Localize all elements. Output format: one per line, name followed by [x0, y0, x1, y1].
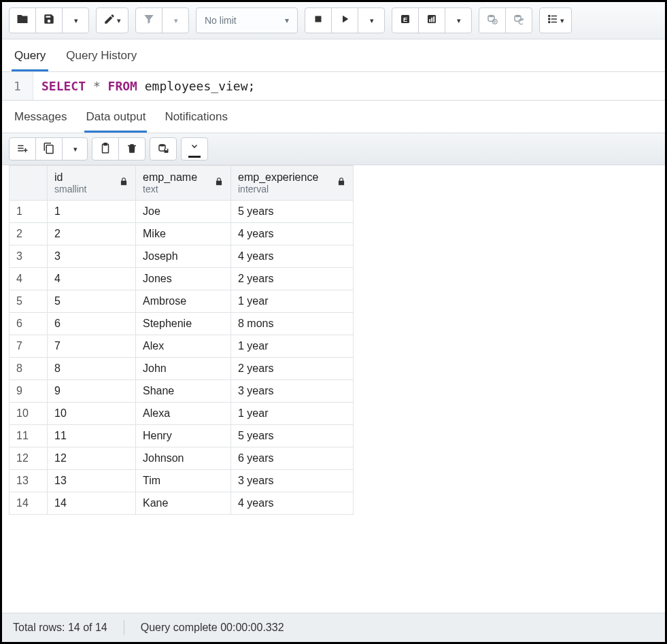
- cell-emp-name[interactable]: Kane: [136, 492, 231, 514]
- table-row[interactable]: 88John2 years: [10, 357, 354, 379]
- cell-id[interactable]: 7: [48, 335, 136, 357]
- cell-rownum[interactable]: 11: [10, 424, 48, 447]
- cell-emp-name[interactable]: John: [136, 357, 231, 379]
- cell-emp-name[interactable]: Alex: [136, 335, 231, 357]
- table-row[interactable]: 1111Henry5 years: [10, 424, 354, 447]
- explain-dropdown-button[interactable]: ▾: [445, 7, 472, 33]
- cell-emp-name[interactable]: Stephenie: [136, 312, 231, 335]
- table-row[interactable]: 22Mike4 years: [10, 222, 354, 245]
- tab-query-history[interactable]: Query History: [63, 44, 139, 71]
- cell-emp-experience[interactable]: 8 mons: [231, 312, 354, 335]
- explain-button[interactable]: E: [392, 7, 419, 33]
- cell-id[interactable]: 3: [48, 245, 136, 267]
- table-row[interactable]: 1414Kane4 years: [10, 492, 354, 514]
- paste-button[interactable]: [92, 137, 119, 160]
- cell-id[interactable]: 9: [48, 379, 136, 402]
- tab-messages[interactable]: Messages: [13, 106, 68, 133]
- execute-dropdown-button[interactable]: ▾: [358, 7, 385, 33]
- cell-emp-name[interactable]: Ambrose: [136, 290, 231, 312]
- cell-id[interactable]: 2: [48, 222, 136, 245]
- execute-button[interactable]: [331, 7, 358, 33]
- cell-id[interactable]: 14: [48, 492, 136, 514]
- table-row[interactable]: 1212Johnson6 years: [10, 447, 354, 469]
- delete-row-button[interactable]: [118, 137, 146, 160]
- commit-button[interactable]: [479, 7, 506, 33]
- table-row[interactable]: 99Shane3 years: [10, 379, 354, 402]
- cell-rownum[interactable]: 5: [10, 290, 48, 312]
- cell-emp-name[interactable]: Shane: [136, 379, 231, 402]
- cell-emp-experience[interactable]: 4 years: [231, 245, 354, 267]
- table-row[interactable]: 1010Alexa1 year: [10, 402, 354, 424]
- cell-emp-name[interactable]: Joseph: [136, 245, 231, 267]
- copy-button[interactable]: [35, 137, 63, 160]
- save-button[interactable]: [35, 7, 63, 33]
- cell-rownum[interactable]: 12: [10, 447, 48, 469]
- cell-emp-name[interactable]: Joe: [136, 200, 231, 222]
- cell-rownum[interactable]: 4: [10, 267, 48, 290]
- cell-id[interactable]: 8: [48, 357, 136, 379]
- cell-rownum[interactable]: 14: [10, 492, 48, 514]
- cell-rownum[interactable]: 7: [10, 335, 48, 357]
- cell-emp-name[interactable]: Jones: [136, 267, 231, 290]
- header-id[interactable]: idsmallint: [48, 166, 136, 201]
- cell-id[interactable]: 6: [48, 312, 136, 335]
- cell-emp-experience[interactable]: 2 years: [231, 357, 354, 379]
- cell-id[interactable]: 1: [48, 200, 136, 222]
- cell-id[interactable]: 10: [48, 402, 136, 424]
- open-file-button[interactable]: [9, 7, 36, 33]
- table-row[interactable]: 77Alex1 year: [10, 335, 354, 357]
- cell-rownum[interactable]: 9: [10, 379, 48, 402]
- cell-emp-experience[interactable]: 1 year: [231, 402, 354, 424]
- table-row[interactable]: 66Stephenie8 mons: [10, 312, 354, 335]
- rollback-button[interactable]: [505, 7, 532, 33]
- download-button[interactable]: [181, 137, 208, 160]
- header-rownum[interactable]: [10, 166, 48, 201]
- cell-emp-name[interactable]: Alexa: [136, 402, 231, 424]
- rows-limit-select[interactable]: No limit ▾: [196, 7, 298, 33]
- cell-id[interactable]: 4: [48, 267, 136, 290]
- cell-rownum[interactable]: 6: [10, 312, 48, 335]
- table-row[interactable]: 1313Tim3 years: [10, 469, 354, 492]
- edit-button[interactable]: ▾: [96, 7, 129, 33]
- sql-editor[interactable]: 1 SELECT * FROM employees_view;: [2, 72, 665, 101]
- cell-emp-experience[interactable]: 4 years: [231, 492, 354, 514]
- cell-rownum[interactable]: 13: [10, 469, 48, 492]
- cell-id[interactable]: 12: [48, 447, 136, 469]
- cell-rownum[interactable]: 3: [10, 245, 48, 267]
- cell-emp-name[interactable]: Tim: [136, 469, 231, 492]
- copy-dropdown-button[interactable]: ▾: [62, 137, 88, 160]
- table-row[interactable]: 33Joseph4 years: [10, 245, 354, 267]
- table-row[interactable]: 11Joe5 years: [10, 200, 354, 222]
- cell-emp-name[interactable]: Johnson: [136, 447, 231, 469]
- cell-id[interactable]: 13: [48, 469, 136, 492]
- cell-id[interactable]: 11: [48, 424, 136, 447]
- stop-button[interactable]: [305, 7, 332, 33]
- cell-emp-experience[interactable]: 1 year: [231, 335, 354, 357]
- filter-dropdown-button[interactable]: ▾: [162, 7, 189, 33]
- cell-emp-experience[interactable]: 6 years: [231, 447, 354, 469]
- cell-emp-name[interactable]: Henry: [136, 424, 231, 447]
- cell-emp-experience[interactable]: 3 years: [231, 469, 354, 492]
- sql-code[interactable]: SELECT * FROM employees_view;: [33, 72, 263, 100]
- header-emp-name[interactable]: emp_nametext: [136, 166, 231, 201]
- cell-id[interactable]: 5: [48, 290, 136, 312]
- result-grid[interactable]: idsmallint emp_nametext emp_experiencein…: [9, 165, 354, 515]
- cell-emp-experience[interactable]: 1 year: [231, 290, 354, 312]
- table-row[interactable]: 55Ambrose1 year: [10, 290, 354, 312]
- cell-emp-experience[interactable]: 5 years: [231, 200, 354, 222]
- save-data-button[interactable]: [150, 137, 177, 160]
- save-dropdown-button[interactable]: ▾: [62, 7, 89, 33]
- tab-query[interactable]: Query: [12, 44, 48, 71]
- cell-rownum[interactable]: 2: [10, 222, 48, 245]
- tab-notifications[interactable]: Notifications: [163, 106, 229, 133]
- cell-rownum[interactable]: 1: [10, 200, 48, 222]
- explain-analyze-button[interactable]: [418, 7, 445, 33]
- cell-emp-experience[interactable]: 3 years: [231, 379, 354, 402]
- macros-button[interactable]: ▾: [539, 7, 572, 33]
- cell-emp-name[interactable]: Mike: [136, 222, 231, 245]
- table-row[interactable]: 44Jones2 years: [10, 267, 354, 290]
- add-row-button[interactable]: [9, 137, 36, 160]
- cell-emp-experience[interactable]: 4 years: [231, 222, 354, 245]
- cell-emp-experience[interactable]: 2 years: [231, 267, 354, 290]
- header-emp-experience[interactable]: emp_experienceinterval: [231, 166, 354, 201]
